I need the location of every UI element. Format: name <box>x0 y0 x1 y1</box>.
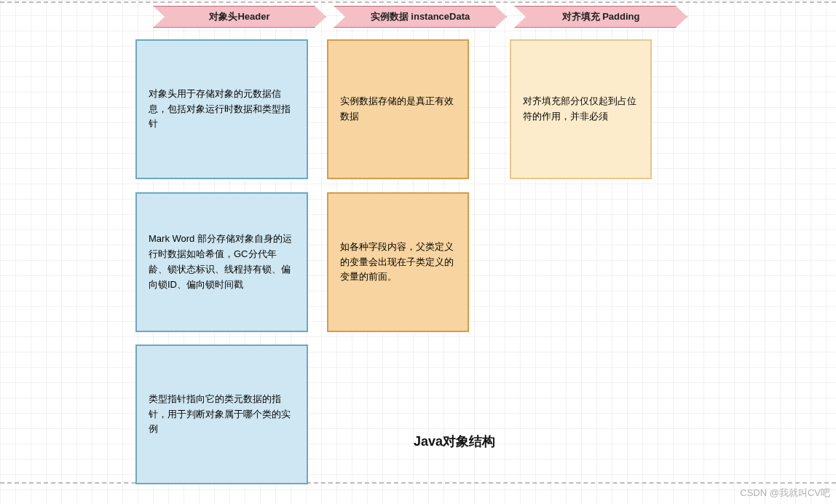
box-fields-desc-text: 如各种字段内容，父类定义的变量会出现在子类定义的变量的前面。 <box>340 240 456 285</box>
diagram-title: Java对象结构 <box>414 433 495 450</box>
header-arrow-col3: 对齐填充 Padding <box>514 6 687 28</box>
box-markword-desc-text: Mark Word 部分存储对象自身的运行时数据如哈希值，GC分代年龄、锁状态标… <box>149 232 295 292</box>
header-label-col3: 对齐填充 Padding <box>562 10 640 23</box>
box-typepointer-desc-text: 类型指针指向它的类元数据的指针，用于判断对象属于哪个类的实例 <box>149 392 295 437</box>
header-arrow-col1: 对象头Header <box>153 6 326 28</box>
box-fields-desc: 如各种字段内容，父类定义的变量会出现在子类定义的变量的前面。 <box>327 192 469 332</box>
box-padding-desc: 对齐填充部分仅仅起到占位符的作用，并非必须 <box>510 39 652 179</box>
box-header-desc-text: 对象头用于存储对象的元数据信息，包括对象运行时数据和类型指针 <box>149 87 295 132</box>
box-instancedata-desc-text: 实例数据存储的是真正有效数据 <box>340 94 456 125</box>
box-padding-desc-text: 对齐填充部分仅仅起到占位符的作用，并非必须 <box>523 94 639 125</box>
header-label-col1: 对象头Header <box>209 10 269 23</box>
box-markword-desc: Mark Word 部分存储对象自身的运行时数据如哈希值，GC分代年龄、锁状态标… <box>135 192 308 332</box>
box-typepointer-desc: 类型指针指向它的类元数据的指针，用于判断对象属于哪个类的实例 <box>135 344 308 484</box>
dashed-line-bottom <box>0 482 836 484</box>
watermark: CSDN @我就叫CV吧 <box>740 487 830 500</box>
header-label-col2: 实例数据 instanceData <box>371 10 470 23</box>
box-instancedata-desc: 实例数据存储的是真正有效数据 <box>327 39 469 179</box>
box-header-desc: 对象头用于存储对象的元数据信息，包括对象运行时数据和类型指针 <box>135 39 308 179</box>
header-arrow-col2: 实例数据 instanceData <box>334 6 507 28</box>
dashed-line-top <box>0 1 836 3</box>
